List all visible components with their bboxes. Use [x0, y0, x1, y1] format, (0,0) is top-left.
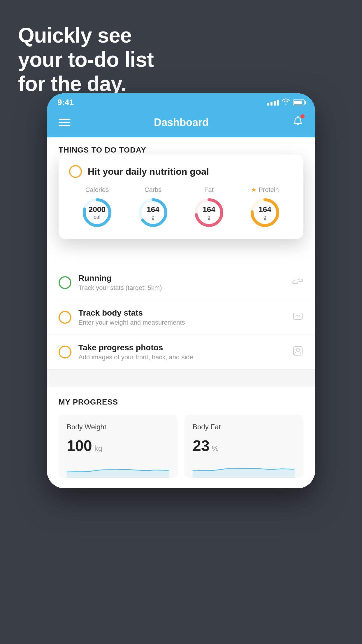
progress-card-fat[interactable]: Body Fat 23 %	[184, 415, 303, 478]
scale-icon	[292, 311, 303, 324]
progress-photos-subtitle: Add images of your front, back, and side	[78, 354, 285, 361]
header-title: Dashboard	[154, 116, 209, 129]
carbs-ring: 164 g	[137, 197, 169, 229]
app-header: Dashboard	[47, 110, 315, 137]
body-weight-value-row: 100 kg	[67, 437, 169, 454]
nutrition-protein: ★ Protein 164 g	[249, 186, 281, 229]
calories-ring: 2000 cal	[81, 197, 113, 229]
notification-dot	[301, 114, 305, 118]
todo-item-running[interactable]: Running Track your stats (target: 5km)	[47, 265, 315, 300]
body-fat-value-row: 23 %	[193, 437, 295, 454]
nutrition-fat: Fat 164 g	[193, 186, 225, 229]
body-fat-value: 23	[193, 437, 210, 454]
app-content: THINGS TO DO TODAY Hit your daily nutrit…	[47, 137, 315, 488]
body-weight-value: 100	[67, 437, 92, 454]
body-fat-unit: %	[212, 444, 219, 453]
body-stats-subtitle: Enter your weight and measurements	[78, 319, 285, 326]
shoe-icon	[292, 277, 303, 288]
progress-cards: Body Weight 100 kg	[59, 415, 303, 478]
nutrition-status-circle	[69, 165, 82, 178]
notification-bell[interactable]	[292, 116, 303, 129]
battery-icon	[293, 99, 305, 105]
body-weight-unit: kg	[94, 444, 102, 453]
body-stats-text: Track body stats Enter your weight and m…	[78, 308, 285, 326]
running-title: Running	[78, 274, 285, 283]
body-fat-title: Body Fat	[193, 423, 295, 431]
phone-mockup: 9:41	[47, 93, 315, 488]
fat-ring: 164 g	[193, 197, 225, 229]
protein-value: 164	[259, 205, 271, 214]
star-icon: ★	[251, 186, 257, 194]
phone-shell: 9:41	[47, 93, 315, 488]
nutrition-calories: Calories 2000 cal	[81, 186, 113, 229]
body-stats-circle	[59, 311, 71, 324]
progress-section: MY PROGRESS Body Weight 100 kg	[47, 387, 315, 488]
svg-point-10	[296, 348, 299, 351]
calories-value: 2000	[89, 205, 106, 214]
body-weight-title: Body Weight	[67, 423, 169, 431]
progress-photos-circle	[59, 346, 71, 358]
things-today-title: THINGS TO DO TODAY	[59, 146, 146, 154]
carbs-value: 164	[147, 205, 159, 214]
fat-label: Fat	[204, 186, 214, 194]
running-text: Running Track your stats (target: 5km)	[78, 274, 285, 292]
progress-title: MY PROGRESS	[59, 398, 303, 407]
nutrition-card-title: Hit your daily nutrition goal	[88, 166, 209, 177]
body-stats-title: Track body stats	[78, 308, 285, 318]
body-weight-chart	[67, 460, 169, 478]
nutrition-card: Hit your daily nutrition goal Calories	[59, 155, 303, 239]
wifi-icon	[282, 98, 290, 106]
hero-heading: Quickly see your to-do list for the day.	[18, 23, 154, 96]
svg-rect-8	[294, 313, 302, 319]
todo-item-progress-photos[interactable]: Take progress photos Add images of your …	[47, 335, 315, 370]
signal-icon	[267, 99, 279, 106]
running-circle	[59, 276, 71, 289]
fat-unit: g	[203, 214, 215, 220]
protein-unit: g	[259, 214, 271, 220]
section-gap	[47, 370, 315, 387]
running-subtitle: Track your stats (target: 5km)	[78, 284, 285, 292]
person-icon	[292, 345, 303, 359]
hamburger-menu[interactable]	[59, 119, 70, 126]
progress-card-weight[interactable]: Body Weight 100 kg	[59, 415, 178, 478]
body-fat-chart	[193, 460, 295, 478]
todo-item-body-stats[interactable]: Track body stats Enter your weight and m…	[47, 300, 315, 335]
progress-photos-text: Take progress photos Add images of your …	[78, 343, 285, 361]
progress-photos-title: Take progress photos	[78, 343, 285, 352]
todo-list: Running Track your stats (target: 5km)	[47, 265, 315, 370]
nutrition-stats-row: Calories 2000 cal	[69, 186, 293, 229]
nutrition-carbs: Carbs 164 g	[137, 186, 169, 229]
carbs-unit: g	[147, 214, 159, 220]
status-icons	[267, 98, 305, 106]
protein-ring: 164 g	[249, 197, 281, 229]
status-bar: 9:41	[47, 93, 315, 110]
fat-value: 164	[203, 205, 215, 214]
calories-label: Calories	[85, 186, 109, 194]
status-time: 9:41	[57, 98, 74, 107]
carbs-label: Carbs	[145, 186, 162, 194]
protein-label: ★ Protein	[251, 186, 279, 194]
calories-unit: cal	[89, 214, 106, 220]
